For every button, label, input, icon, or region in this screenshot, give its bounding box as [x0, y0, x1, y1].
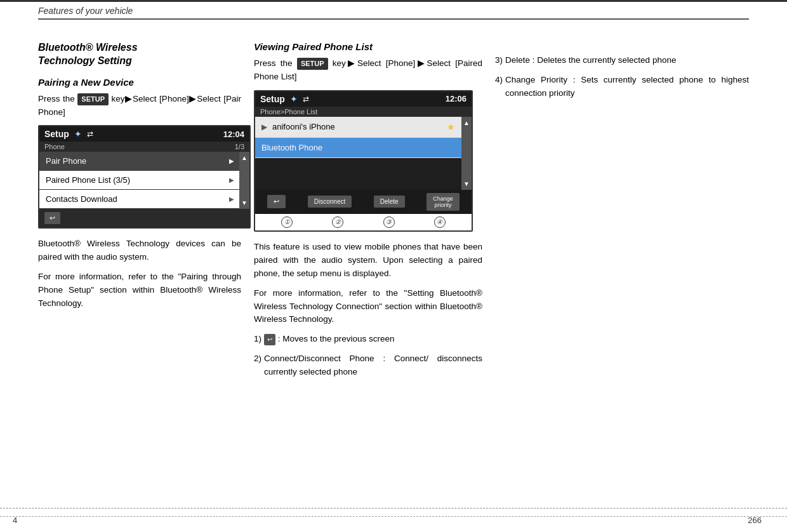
circle-2: ②	[332, 216, 343, 228]
viewing-para3: For more information, refer to the "Sett…	[254, 287, 482, 327]
screen1-header: Setup ✦ ⇄ 12:04	[39, 126, 249, 142]
menu-item-label: Paired Phone List (3/5)	[46, 175, 130, 185]
mid-list-item-1: 1) ↩ : Moves to the previous screen	[254, 333, 482, 346]
screen2-delete-button[interactable]: Delete	[374, 196, 405, 208]
screen2-empty-space	[255, 158, 461, 190]
screen1-body: Pair Phone ▶ Paired Phone List (3/5) ▶ C…	[39, 152, 249, 209]
page-header: Features of your vehicle	[38, 2, 749, 20]
list-item-3-text: Delete : Deletes the currently selected …	[505, 54, 676, 67]
menu-item-contacts[interactable]: Contacts Download ▶	[39, 190, 239, 209]
screen1-scrollbar[interactable]: ▲ ▼	[239, 152, 249, 209]
page-num-left: 4	[13, 515, 17, 525]
screen1-sub-page: 1/3	[235, 143, 244, 150]
page-num-right: 266	[748, 515, 762, 525]
screen1-time: 12:04	[223, 130, 244, 139]
list-num-3: 3)	[495, 54, 503, 67]
screen2-item-label: anifooni's iPhone	[272, 122, 335, 131]
screen-mockup-2: Setup ✦ ⇄ 12:06 Phone>Phone List ▶ anifo…	[254, 90, 473, 232]
list-num-1: 1)	[254, 333, 261, 346]
play-icon: ▶	[261, 123, 267, 131]
pairing-para3: For more information, refer to the "Pair…	[38, 270, 241, 310]
screen2-changepriority-button[interactable]: Changepriority	[427, 193, 460, 211]
mid-list-item-2: 2) Connect/Disconnect Phone : Connect/ d…	[254, 352, 482, 379]
bluetooth-icon: ✦	[74, 129, 82, 139]
screen2-header: Setup ✦ ⇄ 12:06	[255, 91, 472, 107]
screen2-sub-label: Phone>Phone List	[260, 108, 317, 116]
menu-item-label: Contacts Download	[46, 194, 117, 204]
screen2-sub-header: Phone>Phone List	[255, 107, 472, 117]
setup-badge-mid: SETUP	[297, 58, 328, 70]
screen2-phone-icon: ⇄	[303, 95, 309, 103]
menu-item-paired-list[interactable]: Paired Phone List (3/5) ▶	[39, 171, 239, 190]
screen2-body: ▶ anifooni's iPhone ★ Bluetooth Phone ▲ …	[255, 117, 472, 190]
pairing-section-title: Pairing a New Device	[38, 77, 241, 88]
list-item-1-text: : Moves to the previous screen	[278, 334, 395, 343]
screen1-title: Setup	[44, 129, 69, 139]
menu-arrow-icon: ▶	[229, 157, 234, 164]
scroll-down-icon[interactable]: ▼	[241, 199, 248, 206]
list-num-2: 2)	[254, 352, 261, 379]
menu-arrow-icon: ▶	[229, 196, 234, 203]
menu-item-pair-phone[interactable]: Pair Phone ▶	[39, 152, 239, 171]
viewing-para2: This feature is used to view mobile phon…	[254, 241, 482, 281]
screen2-scrollbar[interactable]: ▲ ▼	[461, 117, 472, 190]
screen1-sub-label: Phone	[44, 143, 65, 150]
back-icon-inline: ↩	[264, 334, 275, 345]
dashed-separator	[0, 516, 787, 517]
menu-arrow-icon: ▶	[229, 176, 234, 183]
star-icon: ★	[447, 122, 455, 132]
screen2-item-1[interactable]: ▶ anifooni's iPhone ★	[255, 117, 461, 138]
list-item-2-text: Connect/Disconnect Phone : Connect/ disc…	[264, 352, 482, 379]
right-column: 3) Delete : Deletes the currently select…	[495, 22, 749, 507]
page-footer: 4 266	[0, 508, 787, 532]
menu-item-label: Pair Phone	[46, 156, 86, 166]
phone-icon: ⇄	[87, 130, 93, 138]
circle-4: ④	[434, 216, 446, 228]
circle-nums-row: ① ② ③ ④	[255, 214, 472, 230]
list-item-4-text: Change Priority : Sets currently selecte…	[505, 74, 749, 100]
screen2-bt-icon: ✦	[290, 94, 298, 104]
pairing-para2: Bluetooth® Wireless Technology devices c…	[38, 237, 241, 264]
content-area: Bluetooth® Wireless Technology Setting P…	[38, 22, 749, 507]
setup-badge-left: SETUP	[77, 93, 109, 105]
main-title: Bluetooth® Wireless Technology Setting	[38, 41, 241, 68]
screen2-item-2[interactable]: Bluetooth Phone	[255, 138, 461, 158]
page-header-title: Features of your vehicle	[38, 6, 133, 16]
left-column: Bluetooth® Wireless Technology Setting P…	[38, 22, 254, 507]
screen2-time: 12:06	[446, 94, 466, 103]
scroll-down-icon[interactable]: ▼	[463, 180, 470, 187]
list-num-4: 4)	[495, 74, 503, 100]
scroll-up-icon[interactable]: ▲	[463, 119, 470, 126]
screen2-footer: ↩ Disconnect Delete Changepriority	[255, 190, 472, 214]
screen1-back-button[interactable]: ↩	[44, 212, 60, 224]
screen1-sub-header: Phone 1/3	[39, 142, 249, 152]
screen2-item-label: Bluetooth Phone	[261, 143, 322, 152]
pairing-para1: Press the SETUP key▶Select [Phone]▶Selec…	[38, 93, 241, 119]
circle-1: ①	[281, 216, 293, 228]
viewing-section-title: Viewing Paired Phone List	[254, 41, 482, 52]
right-list-item-3: 3) Delete : Deletes the currently select…	[495, 54, 749, 67]
viewing-para1: Press the SETUP key▶Select [Phone]▶Selec…	[254, 57, 482, 84]
screen-mockup-1: Setup ✦ ⇄ 12:04 Phone 1/3 Pair Phone ▶ P…	[38, 125, 251, 229]
mid-column: Viewing Paired Phone List Press the SETU…	[254, 22, 495, 507]
screen2-title: Setup	[260, 94, 285, 104]
scroll-up-icon[interactable]: ▲	[241, 154, 248, 161]
screen2-back-button[interactable]: ↩	[267, 195, 286, 208]
screen2-disconnect-button[interactable]: Disconnect	[308, 196, 352, 208]
circle-3: ③	[383, 216, 395, 228]
screen1-footer: ↩	[39, 209, 249, 227]
right-list-item-4: 4) Change Priority : Sets currently sele…	[495, 74, 749, 100]
